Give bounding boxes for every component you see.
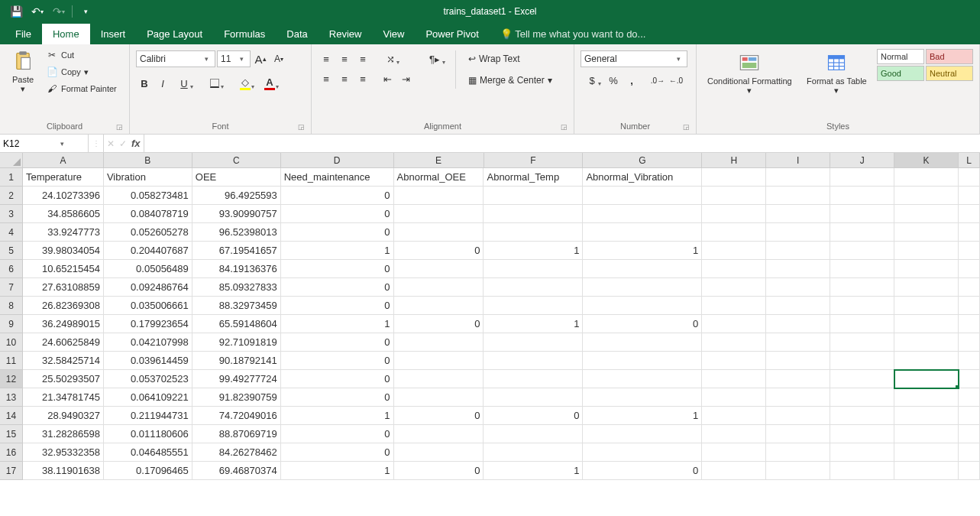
cell-D8[interactable]: 0 (281, 297, 394, 315)
cell-H9[interactable] (702, 315, 766, 333)
row-header[interactable]: 14 (0, 407, 23, 425)
cell-J5[interactable] (830, 242, 894, 260)
cell-A8[interactable]: 26.82369308 (23, 297, 104, 315)
cell-L13[interactable] (959, 388, 980, 407)
cell-I14[interactable] (766, 407, 830, 425)
cell-D15[interactable]: 0 (281, 425, 394, 443)
cell-G15[interactable] (583, 425, 702, 443)
cell-E5[interactable]: 0 (394, 242, 484, 260)
tab-insert[interactable]: Insert (90, 24, 137, 44)
cell-J14[interactable] (830, 407, 894, 425)
cell-C2[interactable]: 96.4925593 (192, 187, 281, 205)
cell-A11[interactable]: 32.58425714 (23, 352, 104, 370)
decrease-decimal-button[interactable]: ←.0 (668, 72, 684, 89)
cell-H4[interactable] (702, 223, 766, 242)
tab-page-layout[interactable]: Page Layout (136, 24, 213, 44)
cell-F12[interactable] (484, 370, 583, 388)
decrease-font-button[interactable]: A▾ (270, 50, 287, 67)
row-header[interactable]: 11 (0, 352, 23, 370)
cell-K15[interactable] (894, 425, 959, 443)
align-center-button[interactable]: ≡ (336, 70, 353, 87)
cell-D9[interactable]: 1 (281, 315, 394, 333)
cell-F9[interactable]: 1 (484, 315, 583, 333)
cell-L9[interactable] (959, 315, 980, 333)
row-header[interactable]: 9 (0, 315, 23, 333)
cell-G16[interactable] (583, 443, 702, 462)
clipboard-dialog-launcher[interactable]: ◲ (116, 123, 123, 131)
cell-I5[interactable] (766, 242, 830, 260)
font-dialog-launcher[interactable]: ◲ (298, 123, 305, 131)
cell-I3[interactable] (766, 205, 830, 223)
qat-customize-button[interactable]: ▾ (76, 2, 95, 21)
cell-D4[interactable]: 0 (281, 223, 394, 242)
cell-J7[interactable] (830, 278, 894, 297)
cell-B1[interactable]: Vibration (104, 168, 192, 187)
cell-K12[interactable] (894, 370, 959, 388)
cell-E7[interactable] (394, 278, 484, 297)
cell-H5[interactable] (702, 242, 766, 260)
cell-D14[interactable]: 1 (281, 407, 394, 425)
cell-D1[interactable]: Need_maintenance (281, 168, 394, 187)
number-dialog-launcher[interactable]: ◲ (683, 123, 690, 131)
italic-button[interactable]: I (154, 75, 171, 92)
increase-indent-button[interactable]: ⇥ (397, 70, 414, 87)
cell-H16[interactable] (702, 443, 766, 462)
row-header[interactable]: 16 (0, 443, 23, 462)
cell-K7[interactable] (894, 278, 959, 297)
cell-A16[interactable]: 32.95332358 (23, 443, 104, 462)
comma-format-button[interactable]: , (623, 72, 640, 89)
cell-F7[interactable] (484, 278, 583, 297)
cell-A12[interactable]: 25.50293507 (23, 370, 104, 388)
cell-D13[interactable]: 0 (281, 388, 394, 407)
column-header-C[interactable]: C (192, 153, 281, 168)
column-header-B[interactable]: B (104, 153, 192, 168)
cell-J15[interactable] (830, 425, 894, 443)
cell-F16[interactable] (484, 443, 583, 462)
fx-icon[interactable]: fx (131, 138, 141, 149)
cell-G9[interactable]: 0 (583, 315, 702, 333)
cell-A14[interactable]: 28.9490327 (23, 407, 104, 425)
cell-A9[interactable]: 36.24989015 (23, 315, 104, 333)
style-good[interactable]: Good (877, 66, 924, 81)
style-normal[interactable]: Normal (877, 49, 924, 64)
cell-F1[interactable]: Abnormal_Temp (484, 168, 583, 187)
row-header[interactable]: 12 (0, 370, 23, 388)
cell-H11[interactable] (702, 352, 766, 370)
cell-H1[interactable] (702, 168, 766, 187)
row-header[interactable]: 3 (0, 205, 23, 223)
cell-D17[interactable]: 1 (281, 462, 394, 480)
cell-C1[interactable]: OEE (192, 168, 281, 187)
cell-D12[interactable]: 0 (281, 370, 394, 388)
cell-A4[interactable]: 33.9247773 (23, 223, 104, 242)
cell-G17[interactable]: 0 (583, 462, 702, 480)
merge-center-button[interactable]: ▦Merge & Center ▾ (464, 72, 557, 89)
cell-G8[interactable] (583, 297, 702, 315)
cell-E16[interactable] (394, 443, 484, 462)
cell-J4[interactable] (830, 223, 894, 242)
cell-D11[interactable]: 0 (281, 352, 394, 370)
cell-K14[interactable] (894, 407, 959, 425)
cell-E11[interactable] (394, 352, 484, 370)
row-header[interactable]: 4 (0, 223, 23, 242)
font-size-combo[interactable]: 11▾ (217, 50, 251, 67)
cell-F10[interactable] (484, 333, 583, 352)
cell-B10[interactable]: 0.042107998 (104, 333, 192, 352)
cell-B13[interactable]: 0.064109221 (104, 388, 192, 407)
cell-A2[interactable]: 24.10273396 (23, 187, 104, 205)
column-header-I[interactable]: I (766, 153, 830, 168)
cell-I15[interactable] (766, 425, 830, 443)
cut-button[interactable]: ✂Cut (43, 47, 120, 63)
column-header-J[interactable]: J (830, 153, 894, 168)
save-button[interactable]: 💾 (6, 2, 26, 21)
cell-C9[interactable]: 65.59148604 (192, 315, 281, 333)
cell-D6[interactable]: 0 (281, 260, 394, 278)
cell-E2[interactable] (394, 187, 484, 205)
cell-E17[interactable]: 0 (394, 462, 484, 480)
cell-F17[interactable]: 1 (484, 462, 583, 480)
row-header[interactable]: 10 (0, 333, 23, 352)
cell-C12[interactable]: 99.49277724 (192, 370, 281, 388)
cell-J11[interactable] (830, 352, 894, 370)
cell-E9[interactable]: 0 (394, 315, 484, 333)
cell-L3[interactable] (959, 205, 980, 223)
cell-I13[interactable] (766, 388, 830, 407)
